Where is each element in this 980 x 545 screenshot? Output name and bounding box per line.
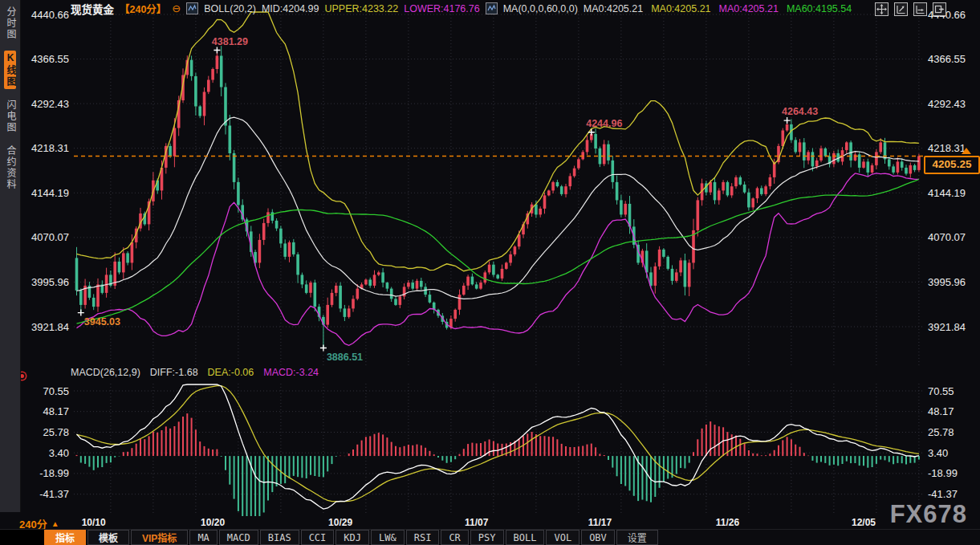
macd-histogram (77, 413, 919, 516)
sidebar-item-分时图[interactable]: 分时图 (4, 5, 16, 42)
toolbar-item-设置[interactable]: 设置 (616, 530, 658, 545)
boll-mid-line (77, 117, 919, 299)
svg-text:10/20: 10/20 (201, 517, 225, 528)
toolbar-item-CCI[interactable]: CCI (301, 530, 335, 545)
svg-text:10/29: 10/29 (328, 517, 352, 528)
boll-upper-value: UPPER:4233.22 (324, 3, 398, 14)
macd-header: MACD(26,12,9) DIFF:-1.68 DEA:-0.06 MACD:… (71, 367, 319, 378)
svg-text:4218.31: 4218.31 (928, 142, 966, 154)
svg-text:11/17: 11/17 (588, 517, 612, 528)
current-price-tag: 4205.25 (924, 156, 980, 174)
svg-text:-18.99: -18.99 (928, 467, 958, 479)
boll-upper-line (77, 12, 919, 271)
toolbar-item-VOL[interactable]: VOL (546, 530, 579, 545)
toolbar-item-RSI[interactable]: RSI (406, 530, 440, 545)
price-annotation: 3886.51 (327, 352, 363, 363)
macd-label: MACD(26,12,9) (71, 367, 140, 378)
svg-text:3995.96: 3995.96 (31, 276, 69, 288)
instrument-title: 现货黄金 (71, 1, 114, 17)
ma60-line (77, 180, 919, 324)
indicator-toolbar: 指标模板VIP指标MAMACDBIASCCIKDJLW&RSICRPSYBOLL… (0, 529, 980, 545)
boll-label: BOLL(20,2) (204, 3, 256, 14)
toolbar-item-CR[interactable]: CR (441, 530, 468, 545)
ma-indicator-icon[interactable] (486, 2, 498, 14)
toolbar-item-PSY[interactable]: PSY (470, 530, 504, 545)
price-tag-arrow-icon (962, 148, 971, 154)
watermark: FX678 (890, 500, 967, 529)
svg-text:12/05: 12/05 (852, 517, 876, 528)
toolbar-item-LW&[interactable]: LW& (371, 530, 405, 545)
candles (75, 46, 921, 348)
toolbar-item-BOLL[interactable]: BOLL (506, 530, 545, 545)
ma-values: MA0:4205.21MA0:4205.21MA0:4205.21MA60:41… (584, 3, 852, 14)
svg-text:4292.43: 4292.43 (31, 98, 69, 110)
scale-vertical-icon[interactable] (894, 2, 908, 16)
svg-text:4218.31: 4218.31 (31, 142, 69, 154)
chart-svg: 4440.664440.664366.554366.554292.434292.… (0, 0, 980, 545)
extreme-cross-marker (784, 117, 791, 124)
toolbar-item-MA[interactable]: MA (189, 530, 217, 545)
svg-text:3995.96: 3995.96 (928, 276, 966, 288)
svg-text:-41.37: -41.37 (928, 488, 958, 500)
collapse-icon[interactable]: ⊖ (172, 2, 181, 14)
macd-macd-value: MACD:-3.24 (263, 367, 319, 378)
chart-header: 现货黄金 【240分】 ⊖ BOLL(20,2) MID:4204.99 UPP… (71, 2, 852, 15)
svg-text:4144.19: 4144.19 (31, 187, 69, 199)
toolbar-item-MACD[interactable]: MACD (219, 530, 258, 545)
svg-text:70.55: 70.55 (928, 385, 954, 397)
svg-text:4366.55: 4366.55 (928, 53, 966, 65)
svg-text:3921.84: 3921.84 (928, 321, 966, 333)
svg-text:4070.07: 4070.07 (928, 231, 966, 243)
svg-text:48.17: 48.17 (43, 405, 69, 417)
extreme-cross-marker (78, 310, 84, 316)
price-annotation: 4244.96 (586, 118, 622, 129)
toolbar-item-KDJ[interactable]: KDJ (335, 530, 369, 545)
price-annotation: 4264.43 (782, 106, 818, 117)
sidebar: 分时图K线图闪电图合约资料 (0, 0, 21, 512)
toolbar-item-VIP指标[interactable]: VIP指标 (131, 530, 188, 545)
sidebar-item-合约资料[interactable]: 合约资料 (4, 144, 16, 192)
macd-diff-value: DIFF:-1.68 (150, 367, 198, 378)
toolbar-item-BIAS[interactable]: BIAS (260, 530, 299, 545)
svg-text:10/10: 10/10 (82, 517, 106, 528)
price-annotation: 4381.29 (212, 36, 248, 47)
toolbar-spacer (0, 530, 44, 545)
svg-text:11/26: 11/26 (716, 517, 740, 528)
svg-text:3921.84: 3921.84 (31, 321, 69, 333)
sidebar-item-K线图[interactable]: K线图 (4, 51, 16, 89)
price-annotation: 3945.03 (84, 316, 120, 327)
svg-text:-18.99: -18.99 (39, 467, 69, 479)
boll-mid-value: MID:4204.99 (262, 3, 319, 14)
svg-text:25.78: 25.78 (928, 426, 954, 438)
toolbar-item-指标[interactable]: 指标 (44, 530, 86, 545)
chart-canvas[interactable]: 4440.664440.664366.554366.554292.434292.… (0, 0, 980, 545)
macd-dea-value: DEA:-0.06 (208, 367, 254, 378)
ma-value: MA60:4195.54 (787, 3, 852, 14)
svg-text:3.40: 3.40 (49, 447, 69, 459)
svg-text:4292.43: 4292.43 (928, 98, 966, 110)
svg-text:4070.07: 4070.07 (31, 231, 69, 243)
period-tag: 【240分】 (120, 1, 166, 16)
sidebar-item-闪电图[interactable]: 闪电图 (4, 98, 16, 135)
pane-expand-icon[interactable] (933, 2, 946, 16)
period-dropdown-icon: ▲ (51, 519, 59, 528)
toolbar-item-OBV[interactable]: OBV (581, 530, 615, 545)
svg-text:11/07: 11/07 (465, 517, 489, 528)
svg-text:25.78: 25.78 (43, 426, 69, 438)
svg-text:3.40: 3.40 (928, 447, 948, 459)
scale-horizontal-icon[interactable] (913, 2, 927, 16)
svg-text:4366.55: 4366.55 (31, 53, 69, 65)
ma-value: MA0:4205.21 (719, 3, 779, 14)
boll-indicator-icon[interactable] (186, 2, 198, 14)
ma-value: MA0:4205.21 (584, 3, 643, 14)
extreme-cross-marker (320, 345, 327, 352)
svg-text:4144.19: 4144.19 (928, 187, 966, 199)
extreme-cross-marker (213, 47, 220, 54)
svg-text:48.17: 48.17 (928, 405, 954, 417)
svg-text:4440.66: 4440.66 (31, 9, 69, 21)
toolbar-item-模板[interactable]: 模板 (87, 530, 129, 545)
crosshair-move-icon[interactable] (875, 2, 889, 16)
svg-text:70.55: 70.55 (43, 385, 69, 397)
svg-text:-41.37: -41.37 (39, 488, 69, 500)
extreme-cross-marker (588, 129, 595, 136)
